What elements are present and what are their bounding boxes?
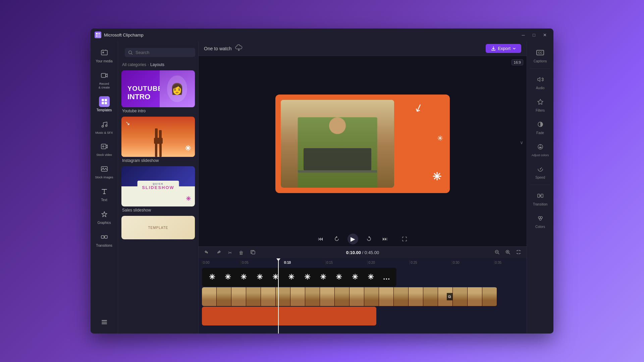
orange-track[interactable]: [202, 307, 376, 325]
tool-adjust-colors[interactable]: Adjust colors: [529, 139, 552, 160]
sidebar-item-your-media[interactable]: Your media: [93, 45, 116, 66]
svg-rect-20: [102, 322, 107, 322]
skip-forward-button[interactable]: ⏭: [380, 234, 390, 244]
template-card-4[interactable]: TEMPLATE: [121, 216, 195, 239]
audio-label: Audio: [536, 86, 545, 90]
sidebar-item-graphics[interactable]: Graphics: [93, 206, 116, 228]
time-display: 0:10.00 / 0:45.00: [346, 250, 379, 255]
sidebar-label-stock-images: Stock images: [95, 176, 113, 179]
tool-fade[interactable]: Fade: [529, 116, 552, 137]
redo-button[interactable]: [214, 248, 223, 257]
svg-point-35: [540, 169, 541, 170]
undo-button[interactable]: [202, 248, 211, 257]
sidebar-item-templates[interactable]: Templates: [93, 94, 116, 115]
ast-1: ✳: [205, 273, 219, 282]
sidebar-item-transitions[interactable]: Transitions: [93, 229, 116, 250]
copy-button[interactable]: [248, 248, 258, 257]
sidebar-label-templates: Templates: [97, 108, 112, 112]
ast-7: ✳: [300, 273, 314, 282]
title-bar-left: Microsoft Clipchamp: [95, 32, 144, 38]
asterisk-track[interactable]: ✳ ✳ ✳ ✳ ✳ ✳ ✳ ✳ ✳ ✳ ✳ …: [202, 268, 396, 287]
video-deco-asterisk-small: ✳: [437, 134, 443, 143]
svg-rect-27: [159, 143, 162, 157]
tool-speed[interactable]: Speed: [529, 161, 552, 182]
skip-back-button[interactable]: ⏮: [315, 234, 326, 244]
ruler-marks: 0:00 0:05 0:10 0:15 0:20 0:25 0:30 0:35: [202, 260, 527, 264]
close-button[interactable]: ✕: [540, 30, 549, 40]
sidebar-item-music[interactable]: Music & SFX: [93, 116, 116, 137]
tool-captions[interactable]: CC Captions: [529, 45, 552, 66]
video-track[interactable]: ⧉: [202, 287, 497, 306]
adjust-colors-label: Adjust colors: [532, 154, 549, 157]
frame-18: [453, 287, 468, 306]
svg-rect-7: [102, 99, 104, 101]
collapse-button[interactable]: ∨: [520, 57, 523, 228]
sidebar-item-more[interactable]: [93, 314, 116, 330]
forward-button[interactable]: [364, 234, 374, 244]
more-icon: [99, 317, 110, 327]
app-title: Microsoft Clipchamp: [104, 33, 144, 38]
frame-14: [394, 287, 409, 306]
timeline-ruler: 0:00 0:05 0:10 0:15 0:20 0:25 0:30 0:35: [199, 258, 527, 266]
video-preview: ↙ ✳ ✳: [275, 95, 450, 193]
total-time: 0:45.00: [365, 250, 379, 255]
text-icon: [99, 186, 110, 197]
export-label: Export: [498, 46, 511, 51]
fullscreen-button[interactable]: [399, 234, 410, 244]
search-input[interactable]: [136, 50, 192, 55]
ruler-mark-0: 0:00: [202, 260, 241, 264]
tool-audio[interactable]: Audio: [529, 71, 552, 93]
frame-13: [379, 287, 394, 306]
captions-label: Captions: [534, 59, 547, 63]
ruler-mark-7: 0:35: [494, 260, 527, 264]
frame-8: [305, 287, 320, 306]
svg-rect-23: [155, 128, 158, 138]
playhead-ruler: [278, 258, 279, 266]
sidebar-item-stock-video[interactable]: Stock video: [93, 138, 116, 160]
frame-edit-icon[interactable]: ⧉: [447, 293, 452, 300]
main-window: Microsoft Clipchamp ─ □ ✕ Your media Rec…: [91, 28, 553, 334]
cut-button[interactable]: ✂: [226, 249, 234, 257]
sales-top-text: QUICK: [142, 183, 174, 185]
template-thumb-insta: ↘ ✳: [121, 117, 195, 157]
fit-timeline-button[interactable]: [514, 248, 523, 257]
cloud-sync-icon[interactable]: [235, 44, 243, 53]
colors-icon: [535, 213, 546, 224]
rewind-button[interactable]: [331, 234, 342, 244]
video-inner-frame: [281, 100, 394, 188]
sidebar-label-text: Text: [101, 198, 107, 202]
export-button[interactable]: Export: [486, 44, 521, 53]
sidebar-item-text[interactable]: Text: [93, 183, 116, 205]
ast-10: ✳: [347, 273, 362, 282]
record-icon: [99, 70, 110, 81]
template-4-text: TEMPLATE: [148, 226, 168, 230]
youtube-intro-image: 👩: [160, 70, 195, 107]
insta-asterisk-deco: ✳: [185, 144, 191, 153]
title-bar-controls: ─ □ ✕: [519, 30, 549, 40]
minimize-button[interactable]: ─: [519, 30, 528, 40]
template-sales-slideshow[interactable]: QUICK SLIDESHOW ✳ Sales slideshow: [121, 166, 195, 213]
breadcrumb-parent[interactable]: All categories: [122, 62, 146, 67]
sidebar-item-stock-images[interactable]: Stock images: [93, 161, 116, 182]
zoom-out-button[interactable]: [492, 248, 502, 257]
graphics-icon: [99, 209, 110, 220]
sidebar-icons: Your media Record & create Templates Mus…: [91, 41, 118, 334]
transition-icon: [535, 190, 546, 201]
templates-panel: All categories › Layouts YOUTUBE INTRO 👩: [118, 41, 199, 334]
giraffe-svg: [147, 128, 170, 157]
zoom-in-button[interactable]: [503, 248, 513, 257]
frame-9: [320, 287, 335, 306]
sidebar-item-record[interactable]: Record & create: [93, 67, 116, 92]
tool-transition[interactable]: Transition: [529, 188, 552, 209]
filters-icon: [535, 97, 546, 107]
tool-filters[interactable]: Filters: [529, 94, 552, 115]
template-youtube-intro[interactable]: YOUTUBE INTRO 👩 Youtube intro: [121, 70, 195, 113]
play-button[interactable]: ▶: [347, 234, 358, 244]
svg-point-40: [539, 218, 541, 220]
delete-button[interactable]: 🗑: [237, 249, 246, 257]
tool-colors[interactable]: Colors: [529, 210, 552, 231]
maximize-button[interactable]: □: [529, 30, 539, 40]
template-instagram-slideshow[interactable]: ↘ ✳ Instagram slideshow: [121, 117, 195, 163]
frame-7: [290, 287, 305, 306]
breadcrumb-separator: ›: [148, 62, 149, 67]
